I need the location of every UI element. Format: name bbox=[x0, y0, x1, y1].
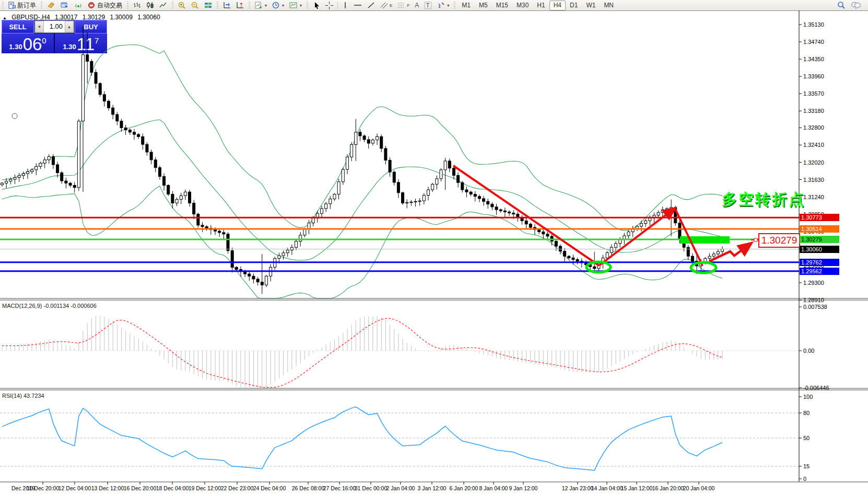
time-axis-label: 6 Jan 20:00 bbox=[450, 485, 478, 491]
macd-axis-label: 0.007538 bbox=[803, 304, 827, 310]
price-tick-label: 1.29300 bbox=[803, 280, 824, 286]
price-tag: 1.30514 bbox=[800, 225, 839, 233]
time-axis-label: 2 Jan 04:00 bbox=[386, 485, 415, 491]
macd-values: -0.001134 -0.000606 bbox=[43, 303, 96, 309]
time-axis-label: 18 Dec 04:00 bbox=[156, 485, 189, 491]
rsi-line bbox=[2, 407, 722, 470]
time-axis-label: 24 Dec 04:00 bbox=[253, 485, 286, 491]
price-callout-box[interactable]: 1.30279 bbox=[758, 233, 800, 248]
time-axis-label: 15 Jan 12:00 bbox=[621, 485, 653, 491]
circle-object-marker[interactable] bbox=[12, 113, 17, 119]
time-axis-label: 3 Jan 12:00 bbox=[418, 485, 447, 491]
time-axis-label: 10 Dec 20:00 bbox=[27, 485, 59, 491]
time-axis-label: 12 Dec 04:00 bbox=[58, 485, 91, 491]
rsi-axis-label: 15 bbox=[803, 463, 810, 469]
time-axis-label: 19 Dec 12:00 bbox=[189, 485, 221, 491]
rsi-axis-label: 100 bbox=[803, 394, 813, 400]
rsi-value: 43.7234 bbox=[24, 393, 44, 399]
price-tick-label: 1.34350 bbox=[803, 56, 824, 62]
time-axis-label: 12 Jan 23:00 bbox=[562, 485, 594, 491]
price-tag: 1.30773 bbox=[800, 214, 839, 221]
green-zone-rect[interactable] bbox=[680, 236, 730, 244]
time-axis-label: 22 Dec 23:00 bbox=[221, 485, 253, 491]
time-axis-label: 27 Dec 16:00 bbox=[323, 485, 356, 491]
time-axis-label: 16 Jan 20:00 bbox=[652, 485, 684, 491]
time-axis-label: 14 Jan 04:00 bbox=[591, 485, 623, 491]
price-tick-label: 1.28910 bbox=[803, 297, 824, 303]
rsi-title: RSI(14) bbox=[2, 393, 22, 399]
red-zigzag-arrow[interactable] bbox=[709, 244, 750, 261]
time-axis-label: 13 Dec 12:00 bbox=[91, 485, 124, 491]
rsi-axis-label: 0 bbox=[803, 476, 806, 482]
price-tag: 1.29562 bbox=[800, 268, 839, 275]
callout-handle bbox=[754, 238, 757, 241]
price-tick-label: 1.32800 bbox=[803, 124, 824, 131]
price-tick-label: 1.33960 bbox=[803, 73, 824, 79]
price-tick-label: 1.31240 bbox=[803, 194, 824, 200]
bollinger-bands bbox=[2, 45, 722, 298]
mt4-window: 新订单 自动交易 bbox=[0, 0, 868, 495]
price-tick-label: 1.33180 bbox=[803, 108, 824, 114]
macd-header: MACD(12,26,9) -0.001134 -0.000606 bbox=[2, 303, 97, 309]
rsi-header: RSI(14) 43.7234 bbox=[2, 393, 44, 399]
red-trendline[interactable] bbox=[453, 166, 599, 266]
macd-title: MACD(12,26,9) bbox=[2, 303, 42, 309]
time-axis-label: 31 Dec 00:00 bbox=[355, 485, 387, 491]
macd-histogram bbox=[2, 316, 722, 387]
price-tag: 1.29762 bbox=[800, 259, 839, 266]
macd-signal-line bbox=[2, 318, 722, 387]
price-tick-label: 1.32020 bbox=[803, 159, 824, 166]
price-tick-label: 1.35130 bbox=[803, 21, 824, 28]
chart-canvas[interactable] bbox=[0, 0, 868, 495]
price-tick-label: 1.31630 bbox=[803, 177, 824, 183]
time-axis-label: 26 Dec 08:00 bbox=[292, 485, 324, 491]
rsi-axis-label: 80 bbox=[803, 410, 810, 416]
price-tick-label: 1.33570 bbox=[803, 90, 824, 97]
time-axis-label: 20 Jan 04:00 bbox=[683, 485, 715, 491]
price-tick-label: 1.32410 bbox=[803, 142, 824, 148]
rsi-axis-label: 50 bbox=[803, 435, 810, 441]
macd-axis-label: 0.00 bbox=[803, 348, 814, 354]
time-axis-label: 9 Jan 12:00 bbox=[509, 485, 538, 491]
price-tag: 1.30060 bbox=[800, 246, 839, 253]
price-tick-label: 1.34740 bbox=[803, 39, 824, 45]
macd-axis-label: -0.006446 bbox=[803, 385, 829, 391]
time-axis-label: 16 Dec 20:00 bbox=[124, 485, 156, 491]
price-tag: 1.30279 bbox=[800, 236, 839, 243]
time-axis-label: 8 Jan 04:00 bbox=[479, 485, 508, 491]
turning-point-annotation[interactable]: 多空转折点 bbox=[722, 189, 805, 210]
